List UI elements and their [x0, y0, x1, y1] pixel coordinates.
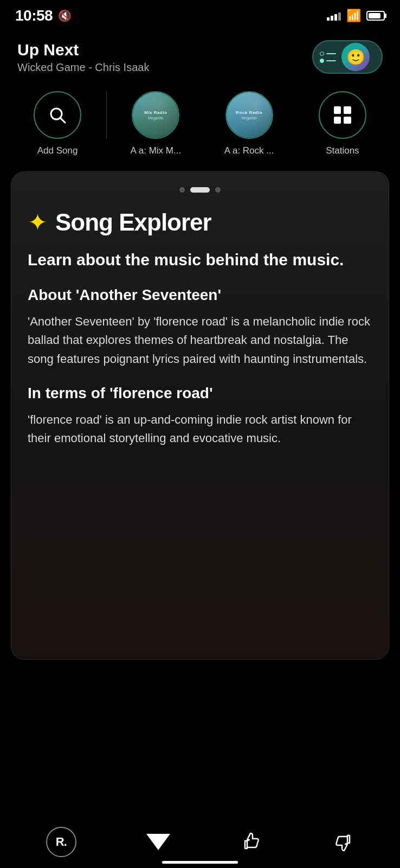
signal-bars	[327, 11, 341, 21]
thumbs-down-button[interactable]	[332, 831, 354, 853]
avatar: 🙂	[341, 43, 370, 71]
home-indicator	[162, 861, 238, 864]
autoplay-toggle[interactable]: 🙂	[312, 40, 383, 74]
radio-button[interactable]: R.	[46, 827, 76, 857]
section2-body: 'florence road' is an up-and-coming indi…	[28, 411, 372, 448]
toggle-controls	[320, 52, 336, 63]
stations-grid-icon	[334, 106, 351, 124]
radio-icon[interactable]: R.	[46, 827, 76, 857]
toggle-dots-2	[320, 59, 336, 63]
signal-bar-4	[338, 12, 341, 21]
mute-icon: 🔇	[58, 9, 72, 22]
sparkle-icon: ✦	[28, 210, 48, 234]
dot-inactive-2	[215, 187, 221, 193]
up-next-label: Up Next	[17, 41, 149, 59]
signal-bar-3	[334, 14, 337, 21]
collapse-button[interactable]	[146, 834, 170, 850]
status-bar: 10:58 🔇 📶	[0, 0, 400, 29]
status-time: 10:58	[15, 7, 53, 24]
up-next-text: Up Next Wicked Game - Chris Isaak	[17, 41, 149, 74]
signal-bar-2	[331, 16, 333, 21]
dot-active	[190, 187, 210, 193]
dot-inactive-1	[179, 187, 185, 193]
thumbs-up-icon	[241, 831, 262, 853]
bottom-bar: R.	[0, 814, 400, 868]
mix-radio-art: Mix Radio Megahits	[133, 92, 178, 138]
thumbs-up-button[interactable]	[241, 831, 262, 853]
toggle-line-2	[326, 60, 336, 61]
card-heading-row: ✦ Song Explorer	[28, 209, 372, 236]
toggle-dots	[320, 52, 336, 56]
status-icons: 📶	[327, 9, 385, 23]
mix-radio-label: A a: Mix M...	[131, 145, 182, 156]
quick-actions-row: Add Song Mix Radio Megahits A a: Mix M..…	[0, 82, 400, 169]
svg-line-1	[60, 118, 65, 123]
rock-radio-circle[interactable]: Rock Radio Megahits	[225, 91, 273, 139]
wifi-icon: 📶	[346, 9, 361, 23]
mix-radio-circle[interactable]: Mix Radio Megahits	[132, 91, 179, 139]
signal-bar-1	[327, 17, 330, 21]
down-arrow-icon	[146, 834, 170, 850]
thumbs-down-icon	[332, 831, 354, 853]
section1-heading: About 'Another Seventeen'	[28, 286, 372, 304]
card-subtitle: Learn about the music behind the music.	[28, 249, 372, 270]
up-next-song: Wicked Game - Chris Isaak	[17, 61, 149, 74]
action-stations[interactable]: Stations	[296, 91, 389, 156]
song-explorer-card: ✦ Song Explorer Learn about the music be…	[11, 171, 389, 660]
action-mix-radio[interactable]: Mix Radio Megahits A a: Mix M...	[109, 91, 202, 156]
up-next-section: Up Next Wicked Game - Chris Isaak 🙂	[0, 29, 400, 82]
battery-fill	[369, 13, 380, 18]
search-icon	[48, 105, 67, 125]
avatar-face: 🙂	[346, 48, 365, 66]
radio-label: R.	[56, 835, 67, 849]
action-add-song[interactable]: Add Song	[11, 91, 104, 156]
card-pagination-dots	[28, 187, 372, 193]
rock-radio-label: A a: Rock ...	[224, 145, 274, 156]
rock-radio-art: Rock Radio Megahits	[227, 92, 272, 138]
add-song-label: Add Song	[37, 145, 78, 156]
add-song-circle[interactable]	[34, 91, 81, 139]
dot-2	[320, 59, 324, 63]
action-rock-radio[interactable]: Rock Radio Megahits A a: Rock ...	[203, 91, 296, 156]
toggle-line	[326, 53, 336, 54]
card-title: Song Explorer	[55, 209, 211, 236]
section1-body: 'Another Seventeen' by 'florence road' i…	[28, 312, 372, 368]
divider	[106, 91, 107, 139]
stations-label: Stations	[326, 145, 359, 156]
section2-heading: In terms of 'florence road'	[28, 385, 372, 402]
stations-circle[interactable]	[319, 91, 366, 139]
battery-icon	[366, 11, 385, 21]
dot-1	[320, 52, 324, 56]
